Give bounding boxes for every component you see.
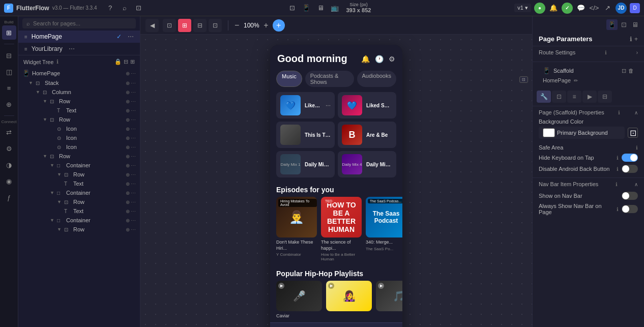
tab-podcasts[interactable]: Podcasts & Shows xyxy=(305,71,354,87)
canvas-btn-1[interactable]: ⊡ xyxy=(163,19,176,32)
scaffold-edit-icon[interactable]: ✏ xyxy=(574,78,578,83)
desktop-icon[interactable]: 🖥 xyxy=(315,3,326,13)
bell-icon[interactable]: 🔔 xyxy=(361,55,370,63)
tree-column[interactable]: ▼ ⊡ Column ⊕⋯ xyxy=(18,87,140,97)
scaffold-copy-icon[interactable]: ⊡ xyxy=(622,68,626,74)
rp-phone-icon[interactable]: 📱 xyxy=(606,19,618,30)
tv-icon[interactable]: 📺 xyxy=(330,3,340,13)
canvas-area[interactable]: Good morning 🔔 🕐 ⚙ ⊡ Music Podcasts & Sh… xyxy=(140,35,532,327)
playlist-3[interactable]: ▶ 🎵 xyxy=(376,281,402,318)
canvas-btn-4[interactable]: ⊡ xyxy=(209,19,222,32)
music-card-daily4[interactable]: Daily Mix 4 Daily Mix 4 xyxy=(338,151,396,177)
clock-icon[interactable]: 🕐 xyxy=(375,55,384,63)
nav-icon-2[interactable]: ◫ xyxy=(2,65,16,79)
scaffold-delete-icon[interactable]: 🗑 xyxy=(628,68,634,74)
canvas-btn-2[interactable]: ⊞ xyxy=(178,19,191,32)
tree-icon-3[interactable]: ⊙ Icon ⊕⋯ xyxy=(18,142,140,152)
episode-2[interactable]: TED HOW TO BE A BETTER HUMAN The science… xyxy=(321,197,362,261)
playlist-1[interactable]: ▶ 🎤 Caviar xyxy=(276,281,322,318)
settings-icon[interactable]: ⚙ xyxy=(2,141,16,156)
version-select[interactable]: v1 ▾ xyxy=(514,4,531,12)
nav-icon-1[interactable]: ⊟ xyxy=(2,48,16,63)
tree-text-2[interactable]: T Text ⊕⋯ xyxy=(18,179,140,188)
tab-music[interactable]: Music xyxy=(276,71,302,87)
tree-stack[interactable]: ▼ ⊡ Stack ⊕⋯ xyxy=(18,78,140,87)
episode-1[interactable]: Hiring Mistakes To Avoid 👨‍💼 Don't Make … xyxy=(276,197,317,261)
discord-icon[interactable]: D xyxy=(630,3,640,13)
wt-lock-icon[interactable]: 🔒 xyxy=(114,58,122,65)
prop-tab-code[interactable]: ⊟ xyxy=(598,91,612,103)
tree-row-3[interactable]: ▼ ⊡ Row ⊕⋯ xyxy=(18,152,140,161)
help-icon[interactable]: ? xyxy=(105,3,115,13)
tree-row-1[interactable]: ▼ ⊡ Row ⊕⋯ xyxy=(18,97,140,106)
music-card-beatles[interactable]: This Is The Beatles xyxy=(276,122,335,148)
playlist-2[interactable]: ▶ 👩‍🎤 xyxy=(326,281,372,318)
tree-row-4[interactable]: ▼ ⊡ Row ⊕⋯ xyxy=(18,170,140,179)
tree-icon-1[interactable]: ⊙ Icon ⊕⋯ xyxy=(18,124,140,133)
page-item-library[interactable]: ≡ YourLibrary ⋯ xyxy=(18,43,140,55)
more-dots-1[interactable]: ··· xyxy=(326,102,331,109)
music-grid: 💙 Liked Songs ··· 💙 Liked Songs xyxy=(270,92,402,182)
tree-text-3[interactable]: T Text ⊕⋯ xyxy=(18,206,140,216)
hide-keyboard-toggle[interactable] xyxy=(622,154,638,162)
notification-icon[interactable]: 🔔 xyxy=(548,3,559,13)
more-icon[interactable]: ⋯ xyxy=(128,33,134,40)
show-nav-toggle[interactable] xyxy=(622,192,638,200)
page-item-homepage[interactable]: ≡ HomePage ✓ ⋯ xyxy=(18,31,140,43)
function-icon[interactable]: ƒ xyxy=(2,190,16,204)
code-icon[interactable]: </> xyxy=(589,3,599,13)
tablet-icon[interactable]: ⊡ xyxy=(287,3,297,13)
route-chevron[interactable]: › xyxy=(636,50,638,55)
tree-icon-2[interactable]: ⊙ Icon ⊕⋯ xyxy=(18,133,140,142)
prop-tab-layout[interactable]: ⊡ xyxy=(552,91,566,103)
always-show-toggle[interactable] xyxy=(622,205,638,213)
bg-color-picker[interactable]: Primary Background xyxy=(539,127,625,139)
add-widget-btn[interactable]: + xyxy=(273,19,285,32)
tree-row-6[interactable]: ▼ ⊡ Row ⊕⋯ xyxy=(18,225,140,234)
search2-icon[interactable]: ⊡ xyxy=(134,3,144,13)
tree-container-1[interactable]: ▼ □ Container ⊕⋯ xyxy=(18,161,140,170)
prop-tab-play[interactable]: ▶ xyxy=(582,91,597,103)
search-icon[interactable]: ⌕ xyxy=(120,3,130,13)
tree-row-5[interactable]: ▼ ⊡ Row ⊕⋯ xyxy=(18,197,140,206)
rp-add-icon[interactable]: + xyxy=(634,36,638,43)
more-icon-2[interactable]: ⋯ xyxy=(69,45,75,52)
chat-icon[interactable]: 💬 xyxy=(576,3,586,13)
phone-icon[interactable]: 📱 xyxy=(301,3,311,13)
zoom-out-btn[interactable]: − xyxy=(235,21,239,30)
tree-homepage[interactable]: 📱 HomePage ⊕⋯ xyxy=(18,68,140,78)
wt-grid-icon[interactable]: ⊞ xyxy=(130,58,135,65)
prop-tab-wrench[interactable]: 🔧 xyxy=(537,91,551,103)
build-icon[interactable]: ⊞ xyxy=(2,25,16,40)
navbar-chevron[interactable]: ∧ xyxy=(634,182,638,187)
nav-icon-3[interactable]: ≡ xyxy=(2,81,16,95)
prop-tab-text[interactable]: ≡ xyxy=(567,91,581,103)
nav-icon-4[interactable]: ⊕ xyxy=(2,97,16,111)
tab-audiobooks[interactable]: Audiobooks xyxy=(357,71,397,87)
canvas-btn-3[interactable]: ⊟ xyxy=(193,19,207,32)
wt-layout-icon[interactable]: ⊟ xyxy=(124,58,128,65)
tree-text-1[interactable]: T Text ⊕⋯ xyxy=(18,106,140,115)
tree-container-2[interactable]: ▼ □ Container ⊕⋯ xyxy=(18,188,140,197)
external-icon[interactable]: ↗ xyxy=(602,3,612,13)
rp-desktop-icon[interactable]: 🖥 xyxy=(630,19,640,30)
connect-icon[interactable]: ⇄ xyxy=(2,125,16,139)
props-chevron[interactable]: ∧ xyxy=(634,110,638,115)
music-card-daily1[interactable]: Daily Mix 1 Daily Mix 1 xyxy=(276,151,335,177)
rp-info-icon[interactable]: ℹ xyxy=(630,36,632,43)
music-card-liked2[interactable]: 💙 Liked Songs xyxy=(338,92,396,118)
bg-color-expand[interactable]: ⊡ xyxy=(628,128,638,138)
search-input[interactable] xyxy=(33,20,132,26)
disable-back-toggle[interactable] xyxy=(622,165,638,173)
zoom-in-btn[interactable]: + xyxy=(264,21,268,30)
episode-3[interactable]: The SaaS Podcas... The Saas Podcast 340:… xyxy=(366,197,402,261)
tree-row-2[interactable]: ▼ ⊡ Row ⊕⋯ xyxy=(18,115,140,124)
collapse-panel-btn[interactable]: ◀ xyxy=(145,19,159,32)
music-card-are[interactable]: B Are & Be xyxy=(338,122,396,148)
tree-container-3[interactable]: ▼ □ Container ⊕⋯ xyxy=(18,216,140,225)
rp-tablet-icon[interactable]: ⊡ xyxy=(620,19,628,30)
theme-icon[interactable]: ◑ xyxy=(2,158,16,172)
music-card-liked1[interactable]: 💙 Liked Songs ··· xyxy=(276,92,335,118)
gear-icon[interactable]: ⚙ xyxy=(389,55,395,63)
eye-icon[interactable]: ◉ xyxy=(2,174,16,188)
